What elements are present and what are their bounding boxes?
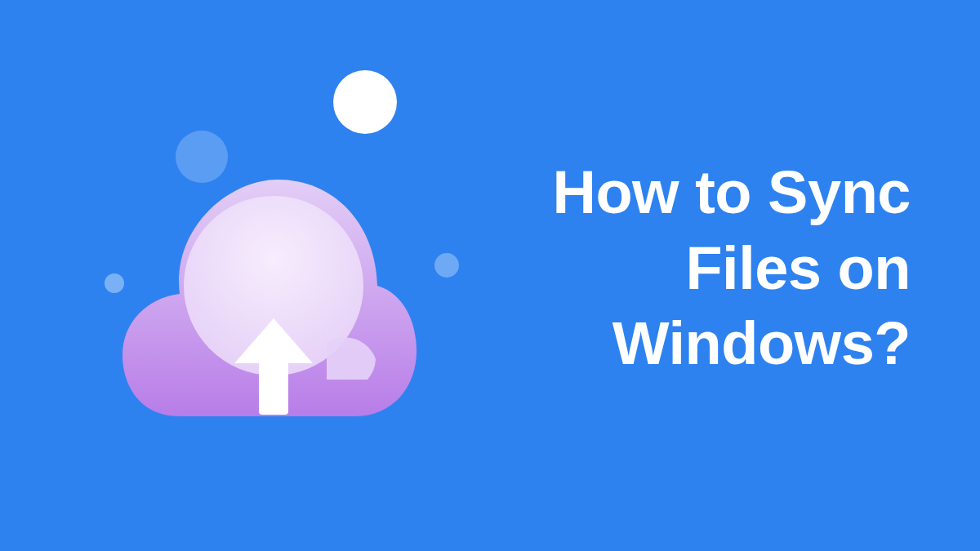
svg-rect-2 xyxy=(259,359,288,415)
decorative-dot xyxy=(105,273,124,293)
page-title: How to Sync Files on Windows? xyxy=(478,155,911,382)
decorative-dot xyxy=(333,70,397,134)
decorative-dot xyxy=(434,253,459,278)
cloud-upload-icon xyxy=(122,171,416,441)
hero-banner: How to Sync Files on Windows? xyxy=(0,0,980,551)
